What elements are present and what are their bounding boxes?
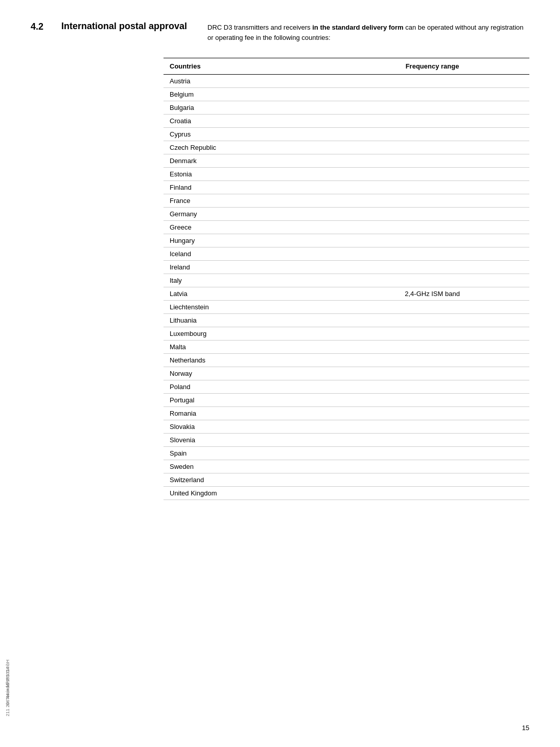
desc-normal: DRC D3 transmitters and receivers <box>207 24 312 31</box>
table-row: Sweden <box>164 460 529 473</box>
country-cell: Greece <box>164 221 335 234</box>
table-row: Belgium <box>164 88 529 101</box>
frequency-cell <box>335 473 529 487</box>
frequency-cell <box>335 407 529 420</box>
frequency-cell <box>335 447 529 460</box>
frequency-cell <box>335 327 529 341</box>
country-cell: Czech Republic <box>164 141 335 154</box>
country-cell: Croatia <box>164 115 335 128</box>
col-header-frequency: Frequency range <box>335 58 529 75</box>
country-cell: Estonia <box>164 168 335 181</box>
frequency-cell <box>335 341 529 354</box>
country-cell: United Kingdom <box>164 487 335 500</box>
frequency-cell <box>335 221 529 234</box>
frequency-cell <box>335 301 529 314</box>
table-row: Malta <box>164 341 529 354</box>
table-row: Switzerland <box>164 473 529 487</box>
col-header-countries: Countries <box>164 58 335 75</box>
frequency-cell <box>335 274 529 287</box>
country-cell: Cyprus <box>164 128 335 141</box>
table-row: Denmark <box>164 154 529 168</box>
page-container: 4.2 International postal approval DRC D3… <box>0 0 560 747</box>
page-number: 15 <box>522 724 529 732</box>
frequency-cell <box>335 168 529 181</box>
table-row: Netherlands <box>164 354 529 367</box>
frequency-cell <box>335 261 529 274</box>
table-row: Bulgaria <box>164 101 529 115</box>
country-cell: Switzerland <box>164 473 335 487</box>
table-row: France <box>164 194 529 208</box>
table-row: Cyprus <box>164 128 529 141</box>
country-cell: Belgium <box>164 88 335 101</box>
table-row: United Kingdom <box>164 487 529 500</box>
table-row: Spain <box>164 447 529 460</box>
frequency-cell <box>335 154 529 168</box>
table-row: Finland <box>164 181 529 194</box>
country-cell: Liechtenstein <box>164 301 335 314</box>
table-row: Lithuania <box>164 314 529 327</box>
frequency-cell <box>335 181 529 194</box>
country-cell: Ireland <box>164 261 335 274</box>
country-cell: Poland <box>164 380 335 394</box>
frequency-cell <box>335 460 529 473</box>
frequency-cell <box>335 101 529 115</box>
country-cell: Finland <box>164 181 335 194</box>
frequency-cell: 2,4-GHz ISM band <box>335 287 529 301</box>
section-header: 4.2 International postal approval DRC D3… <box>31 20 529 42</box>
frequency-cell <box>335 128 529 141</box>
table-row: Poland <box>164 380 529 394</box>
table-row: Luxembourg <box>164 327 529 341</box>
frequency-cell <box>335 75 529 88</box>
country-cell: Iceland <box>164 247 335 261</box>
section-description: DRC D3 transmitters and receivers in the… <box>207 20 529 42</box>
country-cell: Bulgaria <box>164 101 335 115</box>
table-row: Estonia <box>164 168 529 181</box>
frequency-cell <box>335 394 529 407</box>
table-row: Italy <box>164 274 529 287</box>
section-title: International postal approval <box>61 20 187 32</box>
frequency-cell <box>335 141 529 154</box>
country-cell: Norway <box>164 367 335 380</box>
frequency-cell <box>335 420 529 434</box>
country-cell: Latvia <box>164 287 335 301</box>
frequency-cell <box>335 354 529 367</box>
table-row: Latvia2,4-GHz ISM band <box>164 287 529 301</box>
frequency-cell <box>335 115 529 128</box>
table-row: Slovenia <box>164 434 529 447</box>
frequency-cell <box>335 380 529 394</box>
table-row: Slovakia <box>164 420 529 434</box>
frequency-cell <box>335 88 529 101</box>
table-row: Hungary <box>164 234 529 247</box>
countries-tbody: AustriaBelgiumBulgariaCroatiaCyprusCzech… <box>164 75 529 500</box>
country-cell: Denmark <box>164 154 335 168</box>
table-row: Iceland <box>164 247 529 261</box>
table-row: Ireland <box>164 261 529 274</box>
frequency-cell <box>335 208 529 221</box>
country-cell: Romania <box>164 407 335 420</box>
document-watermark: 211 266 44.indd/151014 <box>5 667 10 716</box>
frequency-cell <box>335 367 529 380</box>
section-number: 4.2 <box>31 21 61 32</box>
countries-table: Countries Frequency range AustriaBelgium… <box>164 58 529 500</box>
frequency-cell <box>335 487 529 500</box>
table-row: Austria <box>164 75 529 88</box>
table-row: Czech Republic <box>164 141 529 154</box>
country-cell: Portugal <box>164 394 335 407</box>
country-cell: Germany <box>164 208 335 221</box>
country-cell: Austria <box>164 75 335 88</box>
country-cell: Luxembourg <box>164 327 335 341</box>
table-wrapper: Countries Frequency range AustriaBelgium… <box>164 58 529 500</box>
country-cell: Netherlands <box>164 354 335 367</box>
frequency-cell <box>335 194 529 208</box>
frequency-cell <box>335 314 529 327</box>
table-row: Germany <box>164 208 529 221</box>
frequency-cell <box>335 247 529 261</box>
country-cell: Lithuania <box>164 314 335 327</box>
table-row: Romania <box>164 407 529 420</box>
desc-bold: in the standard delivery form <box>312 24 403 31</box>
country-cell: Slovenia <box>164 434 335 447</box>
table-row: Croatia <box>164 115 529 128</box>
table-row: Norway <box>164 367 529 380</box>
country-cell: Spain <box>164 447 335 460</box>
frequency-cell <box>335 234 529 247</box>
